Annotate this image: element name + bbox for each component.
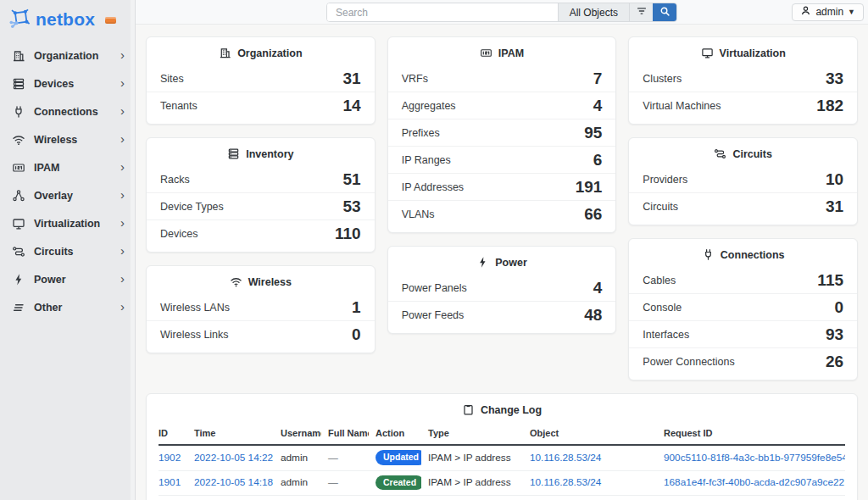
stat-value[interactable]: 115 bbox=[817, 272, 843, 288]
object-link[interactable]: 10.116.28.53/24 bbox=[530, 476, 601, 488]
plug-icon bbox=[12, 105, 25, 119]
sidebar-item-overlay[interactable]: Overlay› bbox=[0, 181, 135, 209]
transit-icon bbox=[714, 147, 726, 160]
stat-label[interactable]: Prefixes bbox=[402, 127, 440, 139]
topbar: All Objects bbox=[136, 0, 868, 25]
stat-value[interactable]: 1 bbox=[352, 299, 361, 315]
stat-label[interactable]: Interfaces bbox=[643, 329, 689, 341]
stat-value[interactable]: 182 bbox=[816, 97, 843, 114]
stat-value[interactable]: 31 bbox=[343, 70, 361, 86]
stat-label[interactable]: Circuits bbox=[643, 201, 678, 213]
stat-label[interactable]: Sites bbox=[160, 73, 184, 85]
stat-label[interactable]: Power Panels bbox=[402, 282, 467, 294]
sidebar-item-circuits[interactable]: Circuits› bbox=[0, 237, 135, 265]
building-icon bbox=[219, 47, 231, 59]
type-cell: IPAM > IP address bbox=[428, 476, 511, 488]
sidebar-scrollbar[interactable] bbox=[131, 0, 135, 500]
stat-label[interactable]: Wireless Links bbox=[160, 329, 229, 341]
stat-label[interactable]: Aggregates bbox=[402, 100, 456, 112]
stat-label[interactable]: Devices bbox=[160, 228, 198, 240]
filter-icon bbox=[636, 5, 648, 19]
stat-label[interactable]: VLANs bbox=[402, 208, 435, 220]
sidebar-item-label: Devices bbox=[34, 78, 120, 90]
stat-value[interactable]: 31 bbox=[826, 198, 843, 214]
sidebar-item-organization[interactable]: Organization› bbox=[0, 42, 135, 69]
action-badge: Updated bbox=[376, 450, 421, 465]
search-input[interactable] bbox=[327, 3, 558, 21]
stat-value[interactable]: 51 bbox=[343, 171, 361, 187]
stat-value[interactable]: 48 bbox=[584, 307, 602, 323]
object-link[interactable]: 10.116.28.53/24 bbox=[530, 452, 601, 464]
card-title: Inventory bbox=[147, 138, 375, 166]
transit-icon bbox=[12, 245, 25, 258]
stat-value[interactable]: 93 bbox=[826, 326, 843, 342]
stat-value[interactable]: 33 bbox=[826, 70, 843, 86]
chevron-right-icon: › bbox=[120, 132, 125, 145]
server-icon bbox=[12, 77, 25, 91]
stat-value[interactable]: 26 bbox=[826, 353, 843, 369]
stat-label[interactable]: IP Ranges bbox=[402, 154, 451, 166]
stat-label[interactable]: Power Connections bbox=[643, 356, 734, 368]
stat-value[interactable]: 53 bbox=[343, 198, 361, 214]
stat-row: Devices110 bbox=[147, 219, 375, 247]
chevron-right-icon: › bbox=[120, 160, 125, 173]
card-title: Circuits bbox=[629, 138, 857, 166]
stat-value[interactable]: 66 bbox=[584, 206, 602, 222]
stat-value[interactable]: 191 bbox=[576, 179, 603, 195]
stat-label[interactable]: Wireless LANs bbox=[160, 302, 230, 314]
request-id-link[interactable]: 168a1e4f-fc3f-40b0-acda-d2c907a9ce22 bbox=[664, 476, 844, 488]
stat-value[interactable]: 110 bbox=[335, 225, 361, 242]
stat-label[interactable]: Clusters bbox=[643, 73, 682, 85]
filter-button[interactable] bbox=[629, 3, 653, 21]
chevron-right-icon: › bbox=[120, 244, 125, 257]
sidebar-item-ipam[interactable]: IPAM› bbox=[0, 153, 135, 181]
stat-label[interactable]: Racks bbox=[160, 174, 190, 186]
sidebar-item-devices[interactable]: Devices› bbox=[0, 69, 135, 97]
stat-value[interactable]: 7 bbox=[593, 70, 603, 86]
sidebar-item-power[interactable]: Power› bbox=[0, 265, 135, 293]
stat-value[interactable]: 4 bbox=[593, 97, 603, 114]
netbox-wordmark[interactable]: netbox bbox=[36, 9, 95, 30]
user-icon bbox=[800, 5, 811, 19]
stat-row: Virtual Machines182 bbox=[629, 92, 857, 119]
stat-value[interactable]: 0 bbox=[352, 326, 361, 342]
changelog-title: Change Log bbox=[147, 394, 857, 422]
stat-value[interactable]: 4 bbox=[593, 280, 603, 296]
stat-label[interactable]: VRFs bbox=[402, 73, 428, 85]
sidebar-pin-toggle-icon[interactable] bbox=[105, 17, 116, 24]
stat-label[interactable]: Tenants bbox=[160, 100, 198, 112]
stat-row: Wireless LANs1 bbox=[147, 294, 375, 320]
logo-row: netbox bbox=[0, 0, 135, 40]
stat-row: Clusters33 bbox=[629, 65, 857, 92]
sidebar-item-connections[interactable]: Connections› bbox=[0, 97, 135, 125]
time-link[interactable]: 2022-10-05 14:22 bbox=[194, 452, 273, 464]
stat-row: Console0 bbox=[629, 293, 857, 320]
stat-label[interactable]: Device Types bbox=[160, 201, 224, 213]
chevron-right-icon: › bbox=[120, 76, 125, 89]
time-link[interactable]: 2022-10-05 14:18 bbox=[194, 476, 273, 488]
stat-value[interactable]: 10 bbox=[826, 171, 843, 187]
stat-label[interactable]: Console bbox=[643, 302, 682, 314]
dashboard-column: IPAMVRFs7Aggregates4Prefixes95IP Ranges6… bbox=[387, 36, 617, 334]
stat-value[interactable]: 95 bbox=[584, 125, 602, 141]
stat-label[interactable]: Virtual Machines bbox=[643, 100, 721, 112]
id-link[interactable]: 1902 bbox=[159, 452, 181, 464]
stat-label[interactable]: IP Addresses bbox=[402, 181, 464, 193]
sidebar-item-other[interactable]: Other› bbox=[0, 293, 135, 321]
chevron-right-icon: › bbox=[120, 300, 125, 313]
request-id-link[interactable]: 900c5110-81f8-4a3c-bb1b-977959fe8e54 bbox=[664, 452, 845, 464]
stat-value[interactable]: 14 bbox=[343, 97, 361, 114]
stat-label[interactable]: Cables bbox=[643, 275, 676, 286]
stat-value[interactable]: 6 bbox=[593, 152, 603, 168]
stat-label[interactable]: Power Feeds bbox=[402, 309, 465, 321]
id-link[interactable]: 1901 bbox=[159, 476, 181, 488]
sidebar-item-virtualization[interactable]: Virtualization› bbox=[0, 209, 135, 237]
search-button[interactable] bbox=[653, 3, 676, 21]
object-type-select[interactable]: All Objects bbox=[558, 3, 629, 21]
stat-label[interactable]: Providers bbox=[643, 174, 687, 186]
stat-row: Power Connections26 bbox=[629, 347, 857, 375]
user-menu-button[interactable]: admin ▼ bbox=[792, 3, 864, 21]
stat-row: Prefixes95 bbox=[388, 119, 616, 146]
stat-value[interactable]: 0 bbox=[834, 299, 843, 315]
sidebar-item-wireless[interactable]: Wireless› bbox=[0, 125, 135, 153]
